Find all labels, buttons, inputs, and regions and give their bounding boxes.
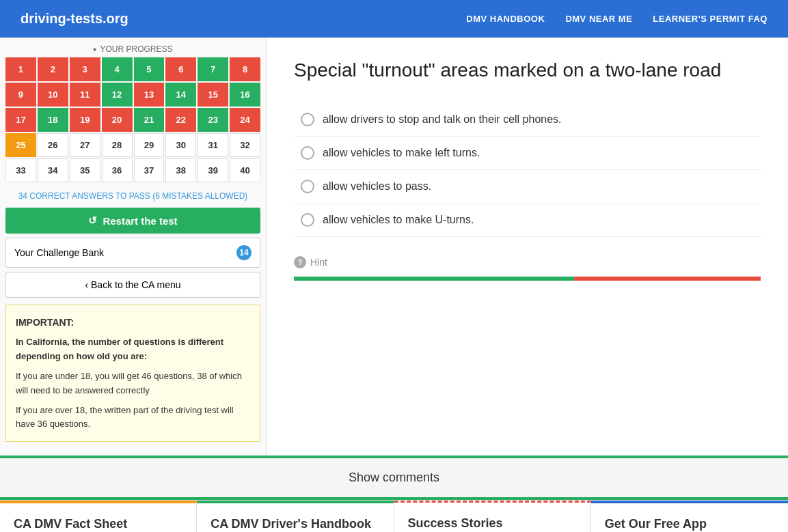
radio-a: [301, 113, 314, 126]
answer-text-a: allow drivers to stop and talk on their …: [323, 113, 562, 126]
card-title-ca-dmv-fact-sheet: CA DMV Fact Sheet: [14, 517, 182, 531]
grid-cell-22[interactable]: 22: [165, 108, 196, 132]
grid-cell-36[interactable]: 36: [102, 158, 133, 182]
grid-cell-35[interactable]: 35: [70, 158, 100, 182]
answer-text-d: allow vehicles to make U-turns.: [323, 214, 474, 226]
site-logo[interactable]: driving-tests.org: [21, 11, 128, 27]
challenge-bank-label: Your Challenge Bank: [14, 247, 104, 258]
important-bold-text: In California, the number of questions i…: [16, 335, 250, 364]
grid-cell-4[interactable]: 4: [102, 57, 133, 81]
grid-cell-8[interactable]: 8: [230, 57, 260, 81]
header-nav: DMV HANDBOOK DMV NEAR ME LEARNER'S PERMI…: [466, 14, 767, 24]
card-title-success-stories: Success Stories: [408, 516, 577, 531]
grid-cell-38[interactable]: 38: [165, 158, 196, 182]
important-para1: If you are under 18, you will get 46 que…: [16, 369, 250, 398]
grid-cell-18[interactable]: 18: [38, 108, 68, 132]
challenge-bank-button[interactable]: Your Challenge Bank 14: [5, 238, 260, 268]
answer-options: allow drivers to stop and talk on their …: [294, 103, 761, 237]
grid-cell-21[interactable]: 21: [134, 108, 165, 132]
answer-option-a[interactable]: allow drivers to stop and talk on their …: [294, 103, 761, 137]
grid-cell-37[interactable]: 37: [134, 158, 165, 182]
chevron-down-icon: ▾: [93, 46, 96, 53]
grid-cell-10[interactable]: 10: [38, 83, 68, 107]
grid-cell-29[interactable]: 29: [134, 133, 165, 157]
grid-cell-2[interactable]: 2: [38, 57, 68, 81]
hint-icon: ?: [294, 256, 306, 268]
question-grid: 1234567891011121314151617181920212223242…: [0, 57, 266, 188]
main-content: Special "turnout" areas marked on a two-…: [267, 38, 788, 456]
show-comments-label: Show comments: [349, 471, 439, 484]
important-label: IMPORTANT:: [16, 315, 250, 330]
grid-cell-19[interactable]: 19: [70, 108, 100, 132]
challenge-bank-badge: 14: [236, 245, 252, 260]
grid-cell-34[interactable]: 34: [38, 158, 68, 182]
important-para2: If you are over 18, the written part of …: [16, 404, 250, 432]
grid-cell-40[interactable]: 40: [230, 158, 260, 182]
grid-cell-32[interactable]: 32: [230, 133, 260, 157]
sidebar: ▾ YOUR PROGRESS 123456789101112131415161…: [0, 38, 267, 456]
answer-option-c[interactable]: allow vehicles to pass.: [294, 170, 761, 204]
answer-text-c: allow vehicles to pass.: [323, 180, 431, 193]
back-label: ‹ Back to the CA menu: [85, 279, 180, 290]
nav-dmv-near-me[interactable]: DMV NEAR ME: [565, 14, 632, 24]
show-comments-button[interactable]: Show comments: [0, 456, 788, 500]
grid-cell-15[interactable]: 15: [198, 83, 228, 107]
card-title-get-free-app: Get Our Free App: [605, 517, 774, 531]
nav-dmv-handbook[interactable]: DMV HANDBOOK: [466, 14, 545, 24]
progress-label: YOUR PROGRESS: [100, 44, 172, 54]
grid-cell-25[interactable]: 25: [5, 133, 36, 157]
hint-label: Hint: [310, 257, 327, 268]
bottom-card-ca-dmv-drivers-handbook[interactable]: CA DMV Driver's HandbookView the most re…: [197, 501, 394, 532]
grid-cell-6[interactable]: 6: [165, 57, 196, 81]
grid-cell-20[interactable]: 20: [102, 108, 133, 132]
grid-cell-1[interactable]: 1: [5, 57, 36, 81]
important-box: IMPORTANT: In California, the number of …: [5, 305, 260, 442]
restart-label: Restart the test: [103, 215, 177, 227]
grid-cell-13[interactable]: 13: [134, 83, 165, 107]
main-container: ▾ YOUR PROGRESS 123456789101112131415161…: [0, 38, 788, 456]
bottom-card-success-stories[interactable]: Success StoriesSee what other users are …: [394, 501, 591, 532]
grid-cell-14[interactable]: 14: [165, 83, 196, 107]
header: driving-tests.org DMV HANDBOOK DMV NEAR …: [0, 0, 788, 38]
grid-cell-3[interactable]: 3: [70, 57, 100, 81]
card-title-ca-dmv-drivers-handbook: CA DMV Driver's Handbook: [210, 517, 379, 531]
grid-cell-9[interactable]: 9: [5, 83, 36, 107]
grid-cell-16[interactable]: 16: [230, 83, 260, 107]
bottom-card-ca-dmv-fact-sheet[interactable]: CA DMV Fact Sheet: [0, 501, 197, 532]
grid-cell-12[interactable]: 12: [102, 83, 133, 107]
restart-icon: ↺: [88, 214, 97, 227]
bottom-cards: CA DMV Fact SheetCA DMV Driver's Handboo…: [0, 500, 788, 532]
progress-header: ▾ YOUR PROGRESS: [0, 38, 266, 57]
grid-cell-11[interactable]: 11: [70, 83, 100, 107]
grid-cell-7[interactable]: 7: [198, 57, 228, 81]
grid-cell-27[interactable]: 27: [70, 133, 100, 157]
nav-learners-permit-faq[interactable]: LEARNER'S PERMIT FAQ: [653, 14, 767, 24]
answer-text-b: allow vehicles to make left turns.: [323, 147, 480, 159]
back-to-menu-button[interactable]: ‹ Back to the CA menu: [5, 272, 260, 298]
grid-cell-30[interactable]: 30: [165, 133, 196, 157]
hint-button[interactable]: ? Hint: [294, 251, 761, 274]
progress-bar: [294, 277, 761, 281]
pass-info: 34 CORRECT ANSWERS TO PASS (6 MISTAKES A…: [0, 188, 266, 208]
radio-c: [301, 180, 314, 193]
grid-cell-17[interactable]: 17: [5, 108, 36, 132]
radio-d: [301, 213, 314, 227]
grid-cell-24[interactable]: 24: [230, 108, 260, 132]
grid-cell-39[interactable]: 39: [198, 158, 228, 182]
progress-bar-fill: [294, 277, 574, 281]
answer-option-b[interactable]: allow vehicles to make left turns.: [294, 137, 761, 170]
grid-cell-26[interactable]: 26: [38, 133, 68, 157]
bottom-card-get-free-app[interactable]: Get Our Free AppDownload our free iOS or…: [591, 501, 788, 532]
grid-cell-28[interactable]: 28: [102, 133, 133, 157]
question-title: Special "turnout" areas marked on a two-…: [294, 58, 761, 83]
restart-button[interactable]: ↺ Restart the test: [5, 208, 260, 234]
grid-cell-5[interactable]: 5: [134, 57, 165, 81]
grid-cell-31[interactable]: 31: [198, 133, 228, 157]
grid-cell-33[interactable]: 33: [5, 158, 36, 182]
radio-b: [301, 146, 314, 160]
answer-option-d[interactable]: allow vehicles to make U-turns.: [294, 204, 761, 237]
grid-cell-23[interactable]: 23: [198, 108, 228, 132]
